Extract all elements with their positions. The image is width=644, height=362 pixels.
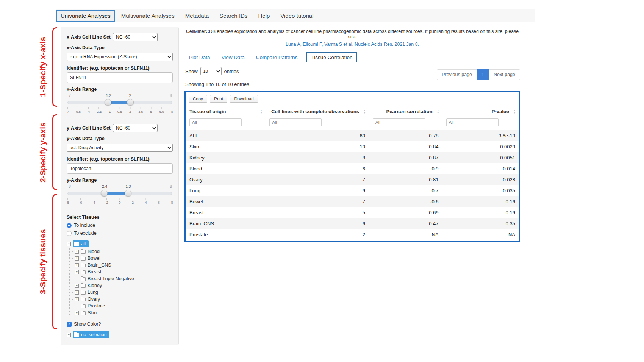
table-row: Blood 6 0.9 0.014 [186,163,519,174]
showing-entries-text: Showing 1 to 10 of 10 entries [185,81,520,87]
cell-tissue: Bowel [186,196,266,207]
copy-button[interactable]: Copy [189,95,207,103]
expand-icon[interactable] [75,284,79,288]
tree-node-skin[interactable]: Skin [71,309,173,316]
cell-r: 0.9 [369,163,442,174]
cell-p: 0.0023 [442,141,519,152]
sort-icon[interactable] [260,109,263,114]
table-row: ALL 60 0.78 3.6e-13 [186,130,519,141]
tick-label: -2 [105,201,108,204]
tab-view-data[interactable]: View Data [222,55,245,60]
tab-compare-patterns[interactable]: Compare Patterns [256,55,298,60]
x-identifier-input[interactable] [67,72,173,83]
tree-node-kidney[interactable]: Kidney [71,282,173,289]
column-header-pearson-correlation[interactable]: Pearson correlation [369,106,442,117]
cell-n: 60 [266,130,369,141]
tree-node-label: Kidney [88,283,102,288]
filter-tissue-input[interactable] [189,118,242,126]
cell-p: 0.0051 [442,152,519,163]
tree-node-lung[interactable]: Lung [71,289,173,296]
folder-icon [81,298,86,301]
show-color-checkbox[interactable]: Show Color? [67,321,173,327]
show-color-label: Show Color? [74,321,101,327]
cell-n: 7 [266,174,369,185]
annotation-specify-tissues: 3-Specify tissues [36,194,49,329]
filter-cell-lines-input[interactable] [269,118,322,126]
cell-n: 9 [266,185,369,196]
results-panel: Copy Print Download Tissue of origin Cel… [184,91,520,242]
expand-icon[interactable] [75,263,79,267]
y-axis-range-slider[interactable]: -8 -2.4 1.3 8 -8 -6 -4 -2 0 2 4 6 8 [67,184,172,206]
y-slider-handle-high[interactable] [125,190,131,197]
folder-icon [81,304,86,308]
x-range-label: x-Axis Range [67,87,173,92]
expand-icon[interactable] [75,256,79,261]
tab-multivariate-analyses[interactable]: Multivariate Analyses [117,10,179,22]
next-page-button[interactable]: Next page [489,69,520,80]
expand-icon[interactable] [75,250,79,254]
to-exclude-radio[interactable]: To exclude [67,231,173,236]
collapse-icon[interactable] [67,242,71,246]
x-slider-handle-low[interactable] [105,99,111,106]
y-data-type-select[interactable]: act: Drug Activity [67,144,173,152]
tree-node-ovary[interactable]: Ovary [71,296,173,303]
sort-icon[interactable] [363,109,366,114]
expand-icon[interactable] [75,311,79,315]
expand-icon[interactable] [67,333,71,337]
table-row: Brain_CNS 6 0.47 0.35 [186,218,519,229]
y-cell-line-set-select[interactable]: NCI-60 [113,124,158,132]
entries-select[interactable]: 10 [200,67,222,75]
x-data-type-select[interactable]: exp: mRNA Expression (Z-Score) [67,53,173,61]
page-1-button[interactable]: 1 [477,69,489,80]
y-identifier-label: Identifier: (e.g. topotecan or SLFN11) [67,156,173,162]
tree-node-blood[interactable]: Blood [71,248,173,255]
sort-icon[interactable] [437,109,439,114]
tree-node-breast-triple-negative[interactable]: Breast Triple Negative [71,275,173,282]
tab-help[interactable]: Help [253,10,274,22]
tab-tissue-correlation[interactable]: Tissue Correlation [306,52,357,62]
x-slider-high-value: 2 [129,94,131,98]
cell-tissue: Brain_CNS [186,218,266,229]
column-header-label: P-value [492,109,509,114]
sort-icon[interactable] [513,109,516,114]
print-button[interactable]: Print [210,95,227,103]
expand-icon[interactable] [75,270,79,274]
tick-label: 4 [145,201,147,204]
tree-node-no-selection[interactable]: no_selection [73,331,109,338]
tree-node-brain-cns[interactable]: Brain_CNS [71,262,173,268]
to-include-radio[interactable]: To include [67,223,173,228]
tree-node-breast[interactable]: Breast [71,268,173,275]
citation-link[interactable]: Luna A, Elloumi F, Varma S et al. Nuclei… [184,42,520,47]
tab-video-tutorial[interactable]: Video tutorial [276,10,318,22]
tree-node-bowel[interactable]: Bowel [71,255,173,262]
download-button[interactable]: Download [230,95,258,103]
tab-search-ids[interactable]: Search IDs [215,10,252,22]
table-row: Lung 9 0.7 0.035 [186,185,519,196]
y-slider-handle-low[interactable] [101,190,108,197]
x-slider-handle-high[interactable] [127,99,134,106]
radio-unselected-icon [67,231,72,236]
column-header-cell-lines[interactable]: Cell lines with complete observations [266,106,369,117]
tick-label: 0 [119,201,120,204]
x-cell-line-set-select[interactable]: NCI-60 [113,33,158,41]
to-exclude-label: To exclude [74,231,97,236]
tab-univariate-analyses[interactable]: Univariate Analyses [56,10,115,22]
x-axis-range-slider[interactable]: -7 -1.2 2 8 -7 -5.5 -4 -2.5 -1 0.5 2 3.5… [67,94,172,115]
column-header-p-value[interactable]: P-value [442,106,519,117]
tree-node-label: Blood [88,249,100,254]
tree-node-prostate[interactable]: Prostate [71,303,173,309]
previous-page-button[interactable]: Previous page [437,69,477,80]
tab-plot-data[interactable]: Plot Data [189,55,210,60]
tick-label: -6 [79,201,82,204]
tick-label: -7 [66,110,69,114]
tab-metadata[interactable]: Metadata [181,10,214,22]
tick-label: 3.5 [138,110,143,114]
filter-pearson-input[interactable] [373,118,425,126]
tree-node-all[interactable]: all [73,240,89,247]
y-identifier-input[interactable] [67,163,173,174]
expand-icon[interactable] [75,290,79,295]
filter-p-value-input[interactable] [446,118,499,126]
column-header-tissue-of-origin[interactable]: Tissue of origin [186,106,266,117]
expand-icon[interactable] [75,297,79,301]
cellminercdb-page: Univariate Analyses Multivariate Analyse… [0,0,644,362]
